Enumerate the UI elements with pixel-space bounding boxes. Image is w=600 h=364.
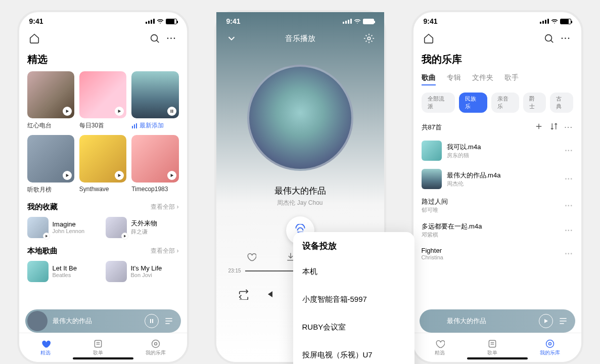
status-time: 9:41 bbox=[424, 17, 438, 25]
song-more-icon[interactable]: ··· bbox=[565, 146, 573, 155]
song-title: 最伟大的作品 bbox=[216, 185, 384, 197]
status-bar: 9:41 bbox=[216, 12, 384, 27]
mini-album-art bbox=[27, 311, 48, 331]
tile-recent[interactable]: 最新添加 bbox=[131, 71, 178, 130]
status-bar: 9:41 bbox=[413, 12, 581, 27]
phone-home: 9:41 ··· 精选 红心电台 每日30首 最新添加 听歌月榜 Synthwa… bbox=[17, 10, 189, 364]
chip-light[interactable]: 亲音乐 bbox=[491, 93, 520, 113]
play-icon[interactable] bbox=[63, 171, 72, 180]
pause-button[interactable] bbox=[145, 314, 159, 328]
svg-point-15 bbox=[548, 343, 551, 345]
mini-player[interactable]: 最伟大的作品 bbox=[25, 309, 181, 333]
library-tabs: 歌曲 专辑 文件夹 歌手 bbox=[413, 71, 581, 90]
libtab-albums[interactable]: 专辑 bbox=[447, 73, 461, 85]
chip-classic[interactable]: 古典 bbox=[550, 93, 573, 113]
more-icon[interactable]: ··· bbox=[565, 123, 573, 131]
chip-all[interactable]: 全部流派 bbox=[422, 93, 455, 113]
tile-hongxin[interactable]: 红心电台 bbox=[27, 71, 74, 130]
search-icon[interactable] bbox=[542, 31, 556, 46]
play-icon[interactable] bbox=[167, 171, 176, 180]
play-button[interactable] bbox=[539, 314, 553, 328]
cast-option-tv[interactable]: 投屏电视（乐视）U7 bbox=[293, 341, 414, 364]
tile-monthly[interactable]: 听歌月榜 bbox=[27, 135, 74, 194]
fav-heading: 我的收藏 bbox=[27, 202, 58, 212]
tab-library[interactable]: 我的乐库 bbox=[540, 339, 560, 356]
song-row[interactable]: 路过人间郁可唯··· bbox=[422, 193, 573, 218]
phone-library: 9:41 ··· 我的乐库 歌曲 专辑 文件夹 歌手 全部流派 民族乐 亲音乐 … bbox=[411, 10, 583, 364]
repeat-icon[interactable] bbox=[238, 289, 249, 302]
chevron-down-icon[interactable] bbox=[224, 31, 239, 46]
song-list: 我可以.m4a房东的猫··· 最伟大的作品.m4a周杰伦··· 路过人间郁可唯·… bbox=[413, 136, 581, 264]
battery-icon bbox=[166, 19, 177, 24]
tile-daily30[interactable]: 每日30首 bbox=[79, 71, 126, 130]
cast-option-local[interactable]: 本机 bbox=[293, 258, 414, 286]
song-row[interactable]: 最伟大的作品.m4a周杰伦··· bbox=[422, 165, 573, 193]
signal-icon bbox=[540, 19, 549, 24]
playlist-icon[interactable] bbox=[558, 316, 568, 326]
svg-point-11 bbox=[367, 37, 371, 40]
search-icon[interactable] bbox=[148, 31, 162, 46]
mini-player[interactable]: 最伟大的作品 bbox=[420, 309, 575, 333]
signal-icon bbox=[343, 19, 352, 24]
svg-rect-2 bbox=[172, 110, 173, 113]
svg-rect-4 bbox=[134, 124, 135, 128]
wifi-icon bbox=[551, 18, 558, 25]
song-row[interactable]: FighterChristina··· bbox=[422, 243, 573, 264]
svg-point-10 bbox=[154, 343, 157, 345]
song-artist: 周杰伦 Jay Chou bbox=[216, 199, 384, 207]
wifi-icon bbox=[157, 18, 164, 25]
fav-more-link[interactable]: 查看全部 › bbox=[151, 203, 178, 211]
local-more-link[interactable]: 查看全部 › bbox=[151, 247, 178, 255]
tab-library[interactable]: 我的乐库 bbox=[146, 339, 166, 356]
svg-rect-5 bbox=[136, 123, 137, 128]
home-icon[interactable] bbox=[27, 31, 41, 46]
album-art bbox=[247, 65, 353, 171]
bars-icon bbox=[131, 123, 137, 129]
home-icon[interactable] bbox=[422, 31, 436, 46]
song-more-icon[interactable]: ··· bbox=[565, 226, 573, 235]
chip-folk[interactable]: 民族乐 bbox=[459, 93, 487, 113]
previous-icon[interactable] bbox=[263, 288, 275, 302]
add-icon[interactable] bbox=[534, 122, 543, 132]
tab-featured[interactable]: 精选 bbox=[40, 339, 51, 356]
status-time: 9:41 bbox=[29, 17, 43, 25]
featured-grid: 红心电台 每日30首 最新添加 听歌月榜 Synthwave Timecop19… bbox=[27, 71, 179, 194]
gear-icon[interactable] bbox=[362, 31, 376, 46]
song-more-icon[interactable]: ··· bbox=[565, 174, 573, 184]
song-row[interactable]: 我可以.m4a房东的猫··· bbox=[422, 136, 573, 165]
tile-synthwave[interactable]: Synthwave bbox=[79, 135, 126, 194]
local-item[interactable]: It's My LifeBon Jovi bbox=[106, 261, 179, 282]
playlist-icon[interactable] bbox=[164, 316, 174, 326]
more-icon[interactable]: ··· bbox=[165, 31, 179, 46]
fav-item[interactable]: 天外来物薛之谦 bbox=[106, 217, 179, 238]
sort-icon[interactable] bbox=[549, 122, 559, 132]
cast-option-speaker[interactable]: 小度智能音箱-5997 bbox=[293, 286, 414, 313]
count-row: 共87首 ··· bbox=[413, 118, 581, 136]
tab-playlist[interactable]: 歌单 bbox=[487, 339, 497, 356]
pause-icon[interactable] bbox=[167, 107, 176, 116]
fav-item[interactable]: ImagineJohn Lennon bbox=[27, 217, 101, 238]
mini-song-title: 最伟大的作品 bbox=[447, 316, 534, 326]
local-item[interactable]: Let It BeBeatles bbox=[27, 261, 101, 282]
song-more-icon[interactable]: ··· bbox=[565, 249, 573, 258]
chip-jazz[interactable]: 爵士 bbox=[523, 93, 546, 113]
battery-icon bbox=[363, 19, 374, 24]
home-indicator bbox=[467, 357, 528, 359]
libtab-folders[interactable]: 文件夹 bbox=[472, 73, 493, 85]
libtab-songs[interactable]: 歌曲 bbox=[422, 73, 436, 85]
status-time: 9:41 bbox=[226, 17, 241, 25]
tile-timecop[interactable]: Timecop1983 bbox=[131, 135, 178, 194]
more-icon[interactable]: ··· bbox=[559, 31, 573, 46]
tab-featured[interactable]: 精选 bbox=[435, 339, 445, 356]
play-icon[interactable] bbox=[115, 171, 124, 180]
play-icon[interactable] bbox=[43, 233, 50, 240]
player-header: 音乐播放 bbox=[216, 27, 384, 50]
libtab-artists[interactable]: 歌手 bbox=[504, 73, 519, 85]
song-row[interactable]: 多远都要在一起.m4a邓紫棋··· bbox=[422, 218, 573, 243]
song-more-icon[interactable]: ··· bbox=[565, 201, 573, 210]
play-icon[interactable] bbox=[121, 233, 128, 240]
tab-playlist[interactable]: 歌单 bbox=[93, 339, 103, 356]
heart-icon[interactable] bbox=[246, 252, 256, 264]
cast-option-ruby[interactable]: RUBY会议室 bbox=[293, 313, 414, 341]
status-bar: 9:41 bbox=[19, 12, 187, 27]
